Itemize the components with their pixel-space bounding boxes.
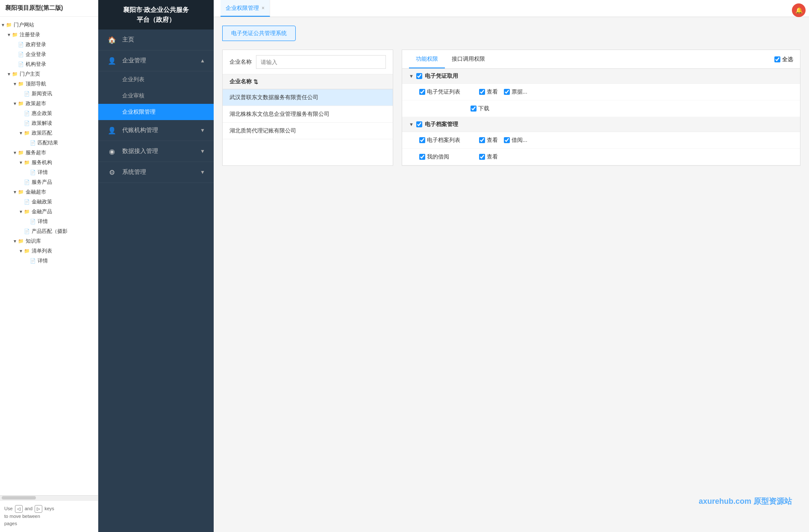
tree-arrow-top-nav[interactable]: ▼	[12, 82, 18, 86]
tab-close-button[interactable]: ×	[262, 6, 265, 11]
doc-icon-org-login: 📄	[18, 62, 25, 67]
tree-label-knowledge: 知识库	[26, 238, 98, 245]
tree-arrow-portal-home[interactable]: ▼	[6, 72, 12, 76]
section-archive-checkbox[interactable]	[416, 121, 422, 127]
tree-arrow-service-org[interactable]: ▼	[18, 160, 24, 165]
tree-label-company-login: 企业登录	[26, 51, 98, 58]
tree-arrow-policy-match[interactable]: ▼	[18, 131, 24, 135]
tree-item-finance-policy[interactable]: 📄金融政策	[0, 197, 98, 207]
tree-item-register[interactable]: ▼📁注册登录	[0, 30, 98, 40]
company-mgmt-icon: 👤	[107, 56, 117, 66]
tree-arrow-finance-mart[interactable]: ▼	[12, 190, 18, 194]
tree-item-detail1[interactable]: 📄详情	[0, 168, 98, 177]
perm-ticket-checkbox[interactable]	[504, 89, 510, 95]
tree-item-policy-mart[interactable]: ▼📁政策超市	[0, 99, 98, 109]
perm-my-borrow-view-checkbox[interactable]	[479, 154, 485, 160]
perm-row-archive-list: 电子档案列表 查看 借阅...	[402, 132, 800, 149]
tree-item-benefit-policy[interactable]: 📄惠企政策	[0, 109, 98, 118]
section-archive-title: 电子档案管理	[425, 121, 458, 128]
tree-label-finance-product: 金融产品	[32, 208, 98, 215]
perm-voucher-list-checkbox[interactable]	[419, 89, 425, 95]
tree-item-product-match[interactable]: 📄产品匹配（摄影	[0, 226, 98, 236]
left-tree-panel: 襄阳项目原型(第二版) ▼📁门户网站▼📁注册登录📄政府登录📄企业登录📄机构登录▼…	[0, 0, 98, 532]
company-row-2[interactable]: 湖北质简代理记账有限公司	[223, 123, 393, 139]
perm-tab-api[interactable]: 接口调用权限	[445, 50, 492, 68]
doc-icon-detail1: 📄	[30, 170, 37, 175]
nav-sub-company-audit[interactable]: 企业审核	[98, 88, 214, 104]
tree-container: ▼📁门户网站▼📁注册登录📄政府登录📄企业登录📄机构登录▼📁门户主页▼📁顶部导航📄…	[0, 17, 98, 495]
folder-icon-knowledge: 📁	[18, 238, 25, 244]
company-row-1[interactable]: 湖北株株东文信息企业管理服务有限公司	[223, 106, 393, 123]
tree-item-policy-match[interactable]: ▼📁政策匹配	[0, 128, 98, 138]
notification-icon[interactable]: 🔔	[792, 3, 806, 17]
tree-item-org-login[interactable]: 📄机构登录	[0, 59, 98, 69]
company-perm-label: 企业权限管理	[122, 108, 156, 116]
tree-arrow-finance-product[interactable]: ▼	[18, 209, 24, 214]
company-row-0[interactable]: 武汉普联东文数据服务有限责任公司	[223, 89, 393, 106]
tree-arrow-register[interactable]: ▼	[6, 32, 12, 37]
perm-view-checkbox[interactable]	[479, 89, 485, 95]
tree-item-portal[interactable]: ▼📁门户网站	[0, 20, 98, 30]
perm-archive-list-checkbox[interactable]	[419, 137, 425, 143]
perm-option-ticket: 票据...	[504, 88, 527, 96]
perm-download-checkbox[interactable]	[471, 106, 477, 112]
perm-tab-func[interactable]: 功能权限	[409, 50, 445, 68]
nav-item-company-mgmt[interactable]: 👤 企业管理 ▲	[98, 50, 214, 71]
section-voucher-toggle[interactable]: ▼	[409, 73, 414, 79]
doc-icon-gov-login: 📄	[18, 42, 25, 47]
tree-item-policy-read[interactable]: 📄政策解读	[0, 118, 98, 128]
nav-system-mgmt-label: 系统管理	[122, 168, 200, 176]
tree-item-company-login[interactable]: 📄企业登录	[0, 50, 98, 59]
tree-arrow-checklist[interactable]: ▼	[18, 249, 24, 253]
section-voucher-checkbox[interactable]	[416, 73, 422, 79]
nav-agent-mgmt-label: 代账机构管理	[122, 126, 200, 134]
doc-icon-news: 📄	[24, 91, 31, 97]
tree-label-finance-mart: 金融超市	[26, 188, 98, 196]
sub-tab-e-voucher[interactable]: 电子凭证公共管理系统	[222, 26, 296, 41]
folder-icon-portal: 📁	[6, 22, 13, 28]
perm-panel: 功能权限 接口调用权限 全选 ▼ 电子凭证取用	[402, 50, 800, 166]
nav-item-home[interactable]: 🏠 主页	[98, 29, 214, 50]
perm-option-my-borrow-view: 查看	[479, 153, 498, 161]
scrollbar-thumb[interactable]	[2, 496, 36, 500]
tree-arrow-portal[interactable]: ▼	[0, 23, 6, 27]
tree-item-knowledge[interactable]: ▼📁知识库	[0, 236, 98, 246]
tree-item-gov-login[interactable]: 📄政府登录	[0, 40, 98, 50]
tree-item-news[interactable]: 📄新闻资讯	[0, 89, 98, 99]
nav-item-agent-mgmt[interactable]: 👤 代账机构管理 ▼	[98, 120, 214, 141]
perm-borrow-checkbox[interactable]	[504, 137, 510, 143]
nav-sub-company-list[interactable]: 企业列表	[98, 71, 214, 88]
section-archive-toggle[interactable]: ▼	[409, 122, 414, 127]
nav-item-data-access[interactable]: ◉ 数据接入管理 ▼	[98, 141, 214, 162]
tree-item-service-mart[interactable]: ▼📁服务超市	[0, 148, 98, 158]
tree-item-service-org[interactable]: ▼📁服务机构	[0, 158, 98, 168]
horizontal-scrollbar[interactable]	[0, 495, 98, 500]
nav-sub-company-perm[interactable]: 企业权限管理	[98, 104, 214, 120]
system-mgmt-arrow: ▼	[200, 169, 205, 175]
tree-arrow-service-mart[interactable]: ▼	[12, 150, 18, 155]
tab-company-perm[interactable]: 企业权限管理 ×	[221, 0, 270, 17]
tree-item-portal-home[interactable]: ▼📁门户主页	[0, 69, 98, 79]
perm-name-archive-list: 电子档案列表	[419, 136, 471, 144]
perm-archive-view-checkbox[interactable]	[479, 137, 485, 143]
tree-item-service-product[interactable]: 📄服务产品	[0, 177, 98, 187]
tree-arrow-policy-mart[interactable]: ▼	[12, 101, 18, 106]
tree-item-detail3[interactable]: 📄详情	[0, 256, 98, 266]
tree-item-finance-product[interactable]: ▼📁金融产品	[0, 207, 98, 217]
perm-options-my-borrow: 查看	[479, 153, 498, 161]
company-search-input[interactable]	[256, 55, 386, 69]
page-body: 电子凭证公共管理系统 企业名称 企业名称 ⇅ 武汉普联东文数据服务有限责任公司	[214, 17, 809, 532]
folder-icon-service-mart: 📁	[18, 150, 25, 156]
tree-item-top-nav[interactable]: ▼📁顶部导航	[0, 79, 98, 89]
tree-item-finance-mart[interactable]: ▼📁金融超市	[0, 187, 98, 197]
home-icon: 🏠	[107, 35, 117, 45]
tree-item-detail2[interactable]: 📄详情	[0, 217, 98, 226]
sort-icon[interactable]: ⇅	[253, 79, 258, 85]
tree-arrow-knowledge[interactable]: ▼	[12, 239, 18, 244]
tree-item-checklist[interactable]: ▼📁清单列表	[0, 246, 98, 256]
tree-label-product-match: 产品匹配（摄影	[32, 228, 98, 235]
tree-item-match-result[interactable]: 📄匹配结果	[0, 138, 98, 148]
select-all-checkbox[interactable]	[774, 56, 780, 62]
perm-my-borrow-checkbox[interactable]	[419, 154, 425, 160]
nav-item-system-mgmt[interactable]: ⚙ 系统管理 ▼	[98, 162, 214, 183]
